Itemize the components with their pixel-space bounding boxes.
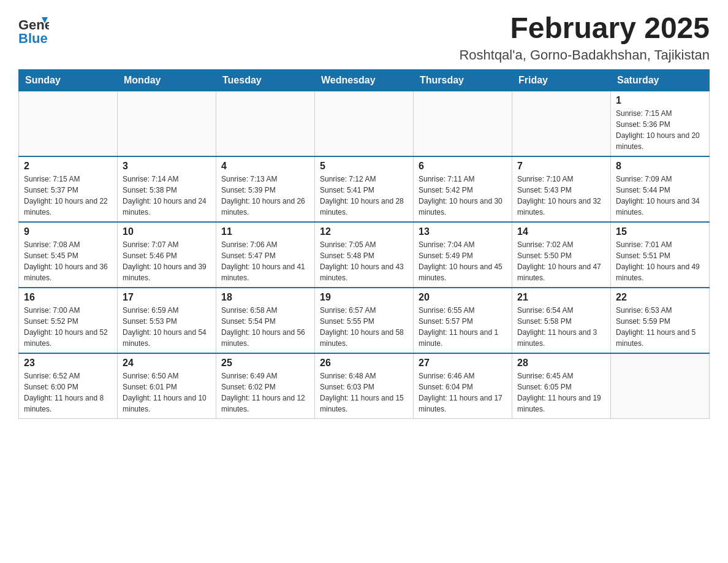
day-info: Sunrise: 7:12 AMSunset: 5:41 PMDaylight:… xyxy=(320,174,408,218)
day-number: 19 xyxy=(320,292,408,303)
table-row: 8Sunrise: 7:09 AMSunset: 5:44 PMDaylight… xyxy=(611,156,710,222)
header-tuesday: Tuesday xyxy=(216,69,315,91)
day-number: 17 xyxy=(123,292,211,303)
day-info: Sunrise: 7:07 AMSunset: 5:46 PMDaylight:… xyxy=(123,239,211,283)
day-number: 27 xyxy=(419,358,507,369)
svg-text:Blue: Blue xyxy=(18,31,48,46)
day-number: 8 xyxy=(616,161,704,172)
day-info: Sunrise: 6:54 AMSunset: 5:58 PMDaylight:… xyxy=(517,305,605,349)
table-row: 4Sunrise: 7:13 AMSunset: 5:39 PMDaylight… xyxy=(216,156,315,222)
day-info: Sunrise: 7:10 AMSunset: 5:43 PMDaylight:… xyxy=(517,174,605,218)
day-info: Sunrise: 7:08 AMSunset: 5:45 PMDaylight:… xyxy=(24,239,112,283)
table-row: 10Sunrise: 7:07 AMSunset: 5:46 PMDayligh… xyxy=(118,222,216,288)
table-row: 16Sunrise: 7:00 AMSunset: 5:52 PMDayligh… xyxy=(19,288,118,353)
day-number: 3 xyxy=(123,161,211,172)
day-info: Sunrise: 7:14 AMSunset: 5:38 PMDaylight:… xyxy=(123,174,211,218)
day-number: 16 xyxy=(24,292,112,303)
table-row: 3Sunrise: 7:14 AMSunset: 5:38 PMDaylight… xyxy=(118,156,216,222)
table-row: 27Sunrise: 6:46 AMSunset: 6:04 PMDayligh… xyxy=(414,353,512,419)
table-row: 28Sunrise: 6:45 AMSunset: 6:05 PMDayligh… xyxy=(512,353,611,419)
logo-icon: General Blue xyxy=(18,12,49,46)
table-row xyxy=(315,91,414,156)
calendar-table: Sunday Monday Tuesday Wednesday Thursday… xyxy=(18,69,710,419)
calendar-header-row: Sunday Monday Tuesday Wednesday Thursday… xyxy=(19,69,710,91)
table-row: 19Sunrise: 6:57 AMSunset: 5:55 PMDayligh… xyxy=(315,288,414,353)
calendar-week-row: 23Sunrise: 6:52 AMSunset: 6:00 PMDayligh… xyxy=(19,353,710,419)
table-row: 25Sunrise: 6:49 AMSunset: 6:02 PMDayligh… xyxy=(216,353,315,419)
day-number: 26 xyxy=(320,358,408,369)
day-info: Sunrise: 6:57 AMSunset: 5:55 PMDaylight:… xyxy=(320,305,408,349)
day-info: Sunrise: 7:04 AMSunset: 5:49 PMDaylight:… xyxy=(419,239,507,283)
header-sunday: Sunday xyxy=(19,69,118,91)
header-monday: Monday xyxy=(118,69,216,91)
day-info: Sunrise: 6:49 AMSunset: 6:02 PMDaylight:… xyxy=(221,370,309,415)
day-number: 9 xyxy=(24,226,112,237)
table-row xyxy=(216,91,315,156)
day-number: 13 xyxy=(419,226,507,237)
table-row: 23Sunrise: 6:52 AMSunset: 6:00 PMDayligh… xyxy=(19,353,118,419)
table-row xyxy=(19,91,118,156)
day-info: Sunrise: 7:02 AMSunset: 5:50 PMDaylight:… xyxy=(517,239,605,283)
day-number: 14 xyxy=(517,226,605,237)
page-subtitle: Roshtqal'a, Gorno-Badakhshan, Tajikistan xyxy=(459,47,710,63)
table-row: 14Sunrise: 7:02 AMSunset: 5:50 PMDayligh… xyxy=(512,222,611,288)
day-number: 7 xyxy=(517,161,605,172)
day-info: Sunrise: 7:06 AMSunset: 5:47 PMDaylight:… xyxy=(221,239,309,283)
page-title: February 2025 xyxy=(459,12,710,45)
day-info: Sunrise: 6:45 AMSunset: 6:05 PMDaylight:… xyxy=(517,370,605,415)
day-number: 22 xyxy=(616,292,704,303)
table-row: 6Sunrise: 7:11 AMSunset: 5:42 PMDaylight… xyxy=(414,156,512,222)
table-row: 12Sunrise: 7:05 AMSunset: 5:48 PMDayligh… xyxy=(315,222,414,288)
day-number: 2 xyxy=(24,161,112,172)
logo: General Blue xyxy=(18,12,50,46)
day-number: 6 xyxy=(419,161,507,172)
day-number: 15 xyxy=(616,226,704,237)
day-info: Sunrise: 7:00 AMSunset: 5:52 PMDaylight:… xyxy=(24,305,112,349)
day-number: 25 xyxy=(221,358,309,369)
day-number: 24 xyxy=(123,358,211,369)
day-number: 11 xyxy=(221,226,309,237)
table-row: 2Sunrise: 7:15 AMSunset: 5:37 PMDaylight… xyxy=(19,156,118,222)
day-number: 20 xyxy=(419,292,507,303)
page-header: General Blue February 2025 Roshtqal'a, G… xyxy=(18,12,710,63)
table-row xyxy=(611,353,710,419)
day-number: 23 xyxy=(24,358,112,369)
table-row: 13Sunrise: 7:04 AMSunset: 5:49 PMDayligh… xyxy=(414,222,512,288)
day-number: 4 xyxy=(221,161,309,172)
table-row: 18Sunrise: 6:58 AMSunset: 5:54 PMDayligh… xyxy=(216,288,315,353)
day-info: Sunrise: 6:52 AMSunset: 6:00 PMDaylight:… xyxy=(24,370,112,415)
table-row: 20Sunrise: 6:55 AMSunset: 5:57 PMDayligh… xyxy=(414,288,512,353)
table-row: 7Sunrise: 7:10 AMSunset: 5:43 PMDaylight… xyxy=(512,156,611,222)
day-number: 12 xyxy=(320,226,408,237)
calendar-week-row: 9Sunrise: 7:08 AMSunset: 5:45 PMDaylight… xyxy=(19,222,710,288)
day-info: Sunrise: 6:53 AMSunset: 5:59 PMDaylight:… xyxy=(616,305,704,349)
calendar-week-row: 16Sunrise: 7:00 AMSunset: 5:52 PMDayligh… xyxy=(19,288,710,353)
header-thursday: Thursday xyxy=(414,69,512,91)
day-number: 21 xyxy=(517,292,605,303)
day-info: Sunrise: 7:05 AMSunset: 5:48 PMDaylight:… xyxy=(320,239,408,283)
day-info: Sunrise: 7:15 AMSunset: 5:36 PMDaylight:… xyxy=(616,108,704,152)
day-info: Sunrise: 6:59 AMSunset: 5:53 PMDaylight:… xyxy=(123,305,211,349)
day-info: Sunrise: 7:01 AMSunset: 5:51 PMDaylight:… xyxy=(616,239,704,283)
day-info: Sunrise: 6:50 AMSunset: 6:01 PMDaylight:… xyxy=(123,370,211,415)
calendar-week-row: 2Sunrise: 7:15 AMSunset: 5:37 PMDaylight… xyxy=(19,156,710,222)
table-row: 5Sunrise: 7:12 AMSunset: 5:41 PMDaylight… xyxy=(315,156,414,222)
day-info: Sunrise: 6:46 AMSunset: 6:04 PMDaylight:… xyxy=(419,370,507,415)
day-info: Sunrise: 6:58 AMSunset: 5:54 PMDaylight:… xyxy=(221,305,309,349)
header-saturday: Saturday xyxy=(611,69,710,91)
table-row: 17Sunrise: 6:59 AMSunset: 5:53 PMDayligh… xyxy=(118,288,216,353)
table-row: 26Sunrise: 6:48 AMSunset: 6:03 PMDayligh… xyxy=(315,353,414,419)
title-block: February 2025 Roshtqal'a, Gorno-Badakhsh… xyxy=(459,12,710,63)
table-row: 11Sunrise: 7:06 AMSunset: 5:47 PMDayligh… xyxy=(216,222,315,288)
day-info: Sunrise: 6:48 AMSunset: 6:03 PMDaylight:… xyxy=(320,370,408,415)
day-info: Sunrise: 7:13 AMSunset: 5:39 PMDaylight:… xyxy=(221,174,309,218)
day-info: Sunrise: 7:15 AMSunset: 5:37 PMDaylight:… xyxy=(24,174,112,218)
table-row: 21Sunrise: 6:54 AMSunset: 5:58 PMDayligh… xyxy=(512,288,611,353)
header-friday: Friday xyxy=(512,69,611,91)
day-info: Sunrise: 7:09 AMSunset: 5:44 PMDaylight:… xyxy=(616,174,704,218)
table-row xyxy=(118,91,216,156)
day-number: 1 xyxy=(616,95,704,106)
calendar-week-row: 1Sunrise: 7:15 AMSunset: 5:36 PMDaylight… xyxy=(19,91,710,156)
day-info: Sunrise: 7:11 AMSunset: 5:42 PMDaylight:… xyxy=(419,174,507,218)
table-row: 22Sunrise: 6:53 AMSunset: 5:59 PMDayligh… xyxy=(611,288,710,353)
